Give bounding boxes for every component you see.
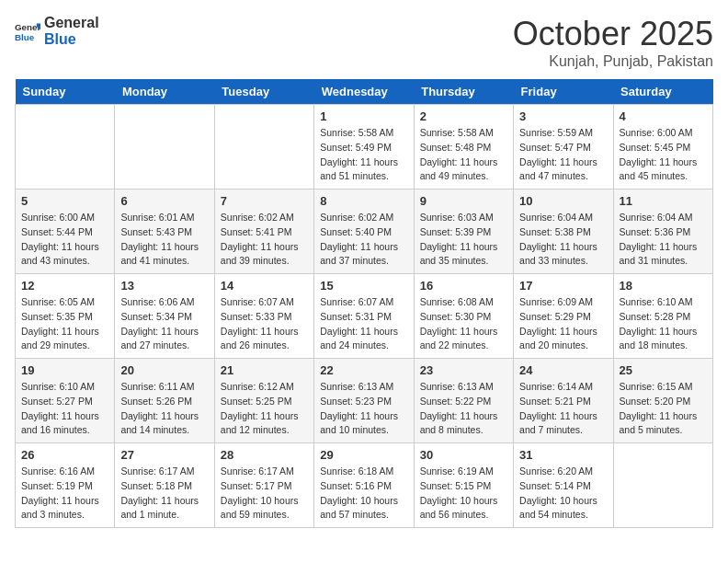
calendar-cell: 5Sunrise: 6:00 AM Sunset: 5:44 PM Daylig… [16,190,115,274]
day-info: Sunrise: 6:04 AM Sunset: 5:36 PM Dayligh… [620,211,707,269]
day-info: Sunrise: 6:17 AM Sunset: 5:17 PM Dayligh… [221,465,308,523]
calendar-cell: 9Sunrise: 6:03 AM Sunset: 5:39 PM Daylig… [414,190,513,274]
calendar-cell: 8Sunrise: 6:02 AM Sunset: 5:40 PM Daylig… [314,190,414,274]
day-info: Sunrise: 6:12 AM Sunset: 5:25 PM Dayligh… [221,380,308,438]
day-number: 31 [519,448,607,462]
week-row-1: 1Sunrise: 5:58 AM Sunset: 5:49 PM Daylig… [16,105,713,190]
header-thursday: Thursday [414,79,513,105]
day-number: 2 [420,109,507,123]
day-number: 30 [420,448,507,462]
calendar-cell: 11Sunrise: 6:04 AM Sunset: 5:36 PM Dayli… [613,190,712,274]
calendar-cell: 20Sunrise: 6:11 AM Sunset: 5:26 PM Dayli… [115,359,214,443]
header-friday: Friday [514,79,613,105]
calendar-cell [214,105,313,190]
day-info: Sunrise: 6:17 AM Sunset: 5:18 PM Dayligh… [120,465,208,523]
day-info: Sunrise: 5:58 AM Sunset: 5:48 PM Dayligh… [420,126,507,184]
day-number: 20 [120,363,208,377]
calendar-cell: 24Sunrise: 6:14 AM Sunset: 5:21 PM Dayli… [514,359,613,443]
calendar-cell: 6Sunrise: 6:01 AM Sunset: 5:43 PM Daylig… [115,190,214,274]
calendar-cell: 22Sunrise: 6:13 AM Sunset: 5:23 PM Dayli… [314,359,414,443]
calendar-cell: 7Sunrise: 6:02 AM Sunset: 5:41 PM Daylig… [214,190,313,274]
day-info: Sunrise: 6:03 AM Sunset: 5:39 PM Dayligh… [420,211,507,269]
day-number: 3 [519,109,607,123]
week-row-3: 12Sunrise: 6:05 AM Sunset: 5:35 PM Dayli… [16,274,713,359]
day-number: 13 [120,279,208,293]
month-title: October 2025 [513,15,713,53]
calendar-cell: 14Sunrise: 6:07 AM Sunset: 5:33 PM Dayli… [214,274,313,359]
day-info: Sunrise: 6:00 AM Sunset: 5:44 PM Dayligh… [21,211,108,269]
day-info: Sunrise: 6:07 AM Sunset: 5:31 PM Dayligh… [320,295,407,353]
calendar-table: SundayMondayTuesdayWednesdayThursdayFrid… [15,79,713,528]
day-info: Sunrise: 6:02 AM Sunset: 5:40 PM Dayligh… [320,211,407,269]
calendar-cell: 2Sunrise: 5:58 AM Sunset: 5:48 PM Daylig… [414,105,513,190]
day-number: 25 [620,363,707,377]
calendar-cell: 10Sunrise: 6:04 AM Sunset: 5:38 PM Dayli… [514,190,613,274]
calendar-cell [613,443,712,528]
logo: General Blue General Blue [15,15,99,47]
day-number: 12 [21,279,108,293]
calendar-cell: 21Sunrise: 6:12 AM Sunset: 5:25 PM Dayli… [214,359,313,443]
calendar-cell: 27Sunrise: 6:17 AM Sunset: 5:18 PM Dayli… [115,443,214,528]
day-info: Sunrise: 6:19 AM Sunset: 5:15 PM Dayligh… [420,465,507,523]
day-number: 21 [221,363,308,377]
day-number: 9 [420,194,507,208]
calendar-cell: 18Sunrise: 6:10 AM Sunset: 5:28 PM Dayli… [613,274,712,359]
header-row: SundayMondayTuesdayWednesdayThursdayFrid… [16,79,713,105]
calendar-cell: 30Sunrise: 6:19 AM Sunset: 5:15 PM Dayli… [414,443,513,528]
day-number: 28 [221,448,308,462]
day-number: 16 [420,279,507,293]
calendar-cell [115,105,214,190]
calendar-cell: 28Sunrise: 6:17 AM Sunset: 5:17 PM Dayli… [214,443,313,528]
day-info: Sunrise: 6:02 AM Sunset: 5:41 PM Dayligh… [221,211,308,269]
day-info: Sunrise: 6:05 AM Sunset: 5:35 PM Dayligh… [21,295,108,353]
svg-text:Blue: Blue [15,31,35,41]
day-number: 17 [519,279,607,293]
calendar-cell: 4Sunrise: 6:00 AM Sunset: 5:45 PM Daylig… [613,105,712,190]
day-number: 4 [620,109,707,123]
day-number: 10 [519,194,607,208]
logo-general-text: General [44,15,99,31]
day-info: Sunrise: 5:59 AM Sunset: 5:47 PM Dayligh… [519,126,607,184]
day-info: Sunrise: 6:15 AM Sunset: 5:20 PM Dayligh… [620,380,707,438]
day-info: Sunrise: 6:11 AM Sunset: 5:26 PM Dayligh… [120,380,208,438]
title-block: October 2025 Kunjah, Punjab, Pakistan [513,15,713,70]
day-info: Sunrise: 6:08 AM Sunset: 5:30 PM Dayligh… [420,295,507,353]
logo-blue-text: Blue [44,31,99,48]
calendar-cell: 16Sunrise: 6:08 AM Sunset: 5:30 PM Dayli… [414,274,513,359]
day-info: Sunrise: 6:01 AM Sunset: 5:43 PM Dayligh… [120,211,208,269]
day-number: 27 [120,448,208,462]
day-info: Sunrise: 6:10 AM Sunset: 5:27 PM Dayligh… [21,380,108,438]
day-info: Sunrise: 6:06 AM Sunset: 5:34 PM Dayligh… [120,295,208,353]
calendar-cell: 15Sunrise: 6:07 AM Sunset: 5:31 PM Dayli… [314,274,414,359]
day-info: Sunrise: 6:14 AM Sunset: 5:21 PM Dayligh… [519,380,607,438]
day-number: 14 [221,279,308,293]
day-info: Sunrise: 6:07 AM Sunset: 5:33 PM Dayligh… [221,295,308,353]
calendar-cell: 19Sunrise: 6:10 AM Sunset: 5:27 PM Dayli… [16,359,115,443]
week-row-2: 5Sunrise: 6:00 AM Sunset: 5:44 PM Daylig… [16,190,713,274]
calendar-cell: 29Sunrise: 6:18 AM Sunset: 5:16 PM Dayli… [314,443,414,528]
calendar-cell: 23Sunrise: 6:13 AM Sunset: 5:22 PM Dayli… [414,359,513,443]
day-number: 15 [320,279,407,293]
calendar-cell: 17Sunrise: 6:09 AM Sunset: 5:29 PM Dayli… [514,274,613,359]
calendar-cell: 1Sunrise: 5:58 AM Sunset: 5:49 PM Daylig… [314,105,414,190]
day-number: 26 [21,448,108,462]
day-info: Sunrise: 6:09 AM Sunset: 5:29 PM Dayligh… [519,295,607,353]
header-wednesday: Wednesday [314,79,414,105]
day-info: Sunrise: 6:20 AM Sunset: 5:14 PM Dayligh… [519,465,607,523]
day-number: 19 [21,363,108,377]
day-info: Sunrise: 6:04 AM Sunset: 5:38 PM Dayligh… [519,211,607,269]
day-number: 29 [320,448,407,462]
day-number: 11 [620,194,707,208]
day-number: 6 [120,194,208,208]
calendar-cell: 26Sunrise: 6:16 AM Sunset: 5:19 PM Dayli… [16,443,115,528]
calendar-cell: 25Sunrise: 6:15 AM Sunset: 5:20 PM Dayli… [613,359,712,443]
calendar-cell [16,105,115,190]
week-row-4: 19Sunrise: 6:10 AM Sunset: 5:27 PM Dayli… [16,359,713,443]
day-info: Sunrise: 6:18 AM Sunset: 5:16 PM Dayligh… [320,465,407,523]
header-monday: Monday [115,79,214,105]
page-header: General Blue General Blue October 2025 K… [15,15,713,70]
day-info: Sunrise: 6:13 AM Sunset: 5:22 PM Dayligh… [420,380,507,438]
header-saturday: Saturday [613,79,712,105]
day-number: 23 [420,363,507,377]
day-number: 1 [320,109,407,123]
